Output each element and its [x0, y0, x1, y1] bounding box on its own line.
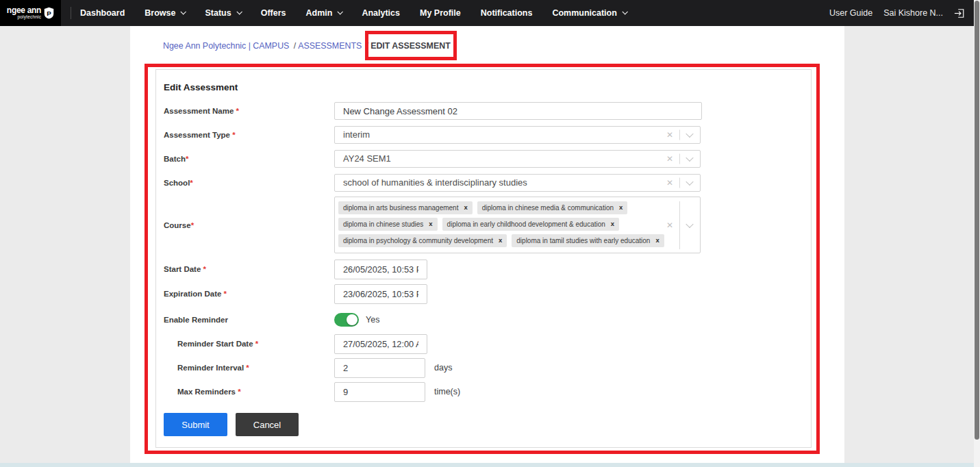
submit-button[interactable]: Submit: [164, 413, 227, 436]
expiration-date-input[interactable]: [334, 284, 427, 304]
school-select[interactable]: school of humanities & interdisciplinary…: [334, 174, 701, 192]
course-tag: diploma in tamil studies with early educ…: [512, 234, 664, 247]
vertical-scrollbar[interactable]: [974, 0, 980, 467]
enable-reminder-label: Enable Reminder: [164, 313, 334, 327]
scrollbar-thumb[interactable]: [975, 1, 979, 440]
assessment-name-input[interactable]: [334, 102, 702, 120]
batch-label: Batch*: [164, 150, 334, 168]
breadcrumb-separator: /: [294, 41, 296, 51]
required-star: *: [232, 131, 235, 139]
start-date-row: Start Date *: [164, 260, 800, 279]
select-divider: [679, 130, 680, 140]
course-tag-row: diploma in chinese studies x diploma in …: [338, 218, 662, 231]
chevron-down-icon: [236, 9, 242, 14]
cancel-button[interactable]: Cancel: [236, 413, 299, 436]
max-reminders-suffix: time(s): [434, 382, 460, 402]
required-star: *: [203, 265, 206, 273]
course-tag: diploma in chinese media & communication…: [477, 201, 628, 214]
clear-icon[interactable]: ✕: [666, 131, 673, 139]
nav-item-browse[interactable]: Browse: [145, 0, 185, 26]
clear-icon[interactable]: ✕: [666, 179, 673, 187]
batch-value: AY24 SEM1: [335, 151, 700, 167]
chevron-down-icon: [181, 9, 186, 14]
form-actions: Submit Cancel: [164, 413, 800, 436]
course-tag-row: diploma in psychology & community develo…: [338, 234, 662, 247]
remove-tag-icon[interactable]: x: [655, 236, 659, 245]
clear-icon[interactable]: ✕: [666, 221, 673, 229]
remove-tag-icon[interactable]: x: [499, 236, 502, 245]
top-nav: ngee ann polytechnic P Dashboard Browse …: [0, 0, 980, 26]
top-nav-menu: Dashboard Browse Status Offers Admin Ana…: [80, 0, 646, 26]
remove-tag-icon[interactable]: x: [619, 203, 623, 212]
nav-item-dashboard[interactable]: Dashboard: [80, 0, 125, 26]
nav-right-section: User Guide Sai Kishore N...: [829, 8, 980, 18]
nav-item-analytics[interactable]: Analytics: [362, 0, 400, 26]
np-logo-text: ngee ann polytechnic: [7, 6, 41, 20]
logo-line2: polytechnic: [17, 15, 41, 20]
remove-tag-icon[interactable]: x: [611, 219, 614, 229]
nav-item-communication[interactable]: Communication: [552, 0, 626, 26]
reminder-interval-row: Reminder Interval * days: [164, 358, 800, 378]
chevron-down-icon[interactable]: [686, 220, 693, 227]
breadcrumb-current-annotated: EDIT ASSESSMENT: [370, 41, 451, 51]
required-star: *: [191, 221, 194, 229]
required-star: *: [190, 179, 192, 187]
np-shield-icon: P: [44, 7, 54, 19]
remove-tag-icon[interactable]: x: [464, 203, 467, 212]
school-row: School* school of humanities & interdisc…: [164, 174, 800, 192]
reminder-interval-suffix: days: [434, 358, 452, 378]
nav-item-my-profile[interactable]: My Profile: [420, 0, 461, 26]
nav-divider: [71, 7, 71, 19]
assessment-type-select[interactable]: interim ✕: [334, 126, 701, 144]
reminder-start-date-input[interactable]: [334, 334, 427, 354]
course-tag: diploma in early childhood development &…: [442, 218, 620, 231]
chevron-down-icon: [338, 9, 343, 14]
reminder-interval-input[interactable]: [334, 358, 425, 378]
expiration-date-label: Expiration Date *: [164, 284, 334, 304]
breadcrumb-root-link[interactable]: Ngee Ann Polytechnic | CAMPUS: [163, 41, 289, 51]
max-reminders-row: Max Reminders * time(s): [164, 382, 800, 402]
school-label: School*: [164, 174, 334, 192]
np-logo[interactable]: ngee ann polytechnic P: [0, 0, 61, 26]
nav-item-offers[interactable]: Offers: [261, 0, 286, 26]
logo-line1: ngee ann: [7, 6, 41, 14]
nav-item-notifications[interactable]: Notifications: [481, 0, 533, 26]
form-title: Edit Assessment: [164, 82, 800, 92]
start-date-input[interactable]: [334, 260, 427, 279]
user-guide-link[interactable]: User Guide: [829, 8, 872, 18]
course-multiselect[interactable]: diploma in arts business management x di…: [334, 197, 701, 253]
max-reminders-label: Max Reminders *: [164, 382, 334, 402]
remove-tag-icon[interactable]: x: [429, 219, 432, 229]
breadcrumb-assessments-link[interactable]: ASSESSMENTS: [298, 41, 362, 51]
enable-reminder-row: Enable Reminder Yes: [164, 313, 800, 327]
select-divider: [679, 154, 680, 164]
toggle-state-label: Yes: [366, 313, 379, 327]
assessment-type-row: Assessment Type * interim ✕: [164, 126, 800, 144]
max-reminders-input[interactable]: [334, 382, 425, 402]
chevron-down-icon: [622, 9, 627, 14]
clear-icon[interactable]: ✕: [666, 155, 673, 163]
batch-select[interactable]: AY24 SEM1 ✕: [334, 150, 701, 168]
enable-reminder-toggle[interactable]: [334, 313, 359, 327]
required-star: *: [255, 340, 258, 348]
assessment-name-label: Assessment Name *: [164, 102, 334, 120]
red-annotation-box: Edit Assessment Assessment Name * Assess…: [145, 64, 820, 454]
nav-item-admin[interactable]: Admin: [305, 0, 342, 26]
reminder-start-date-row: Reminder Start Date *: [164, 334, 800, 354]
logout-icon[interactable]: [954, 8, 965, 18]
svg-text:P: P: [47, 10, 51, 17]
required-star: *: [224, 290, 227, 298]
course-tag: diploma in chinese studies x: [338, 218, 438, 231]
select-divider: [679, 201, 680, 249]
course-tag-row: diploma in arts business management x di…: [338, 201, 662, 214]
required-star: *: [246, 364, 249, 372]
user-name[interactable]: Sai Kishore N...: [883, 8, 943, 18]
assessment-type-label: Assessment Type *: [164, 126, 334, 144]
nav-item-status[interactable]: Status: [205, 0, 240, 26]
course-tag: diploma in arts business management x: [338, 201, 473, 214]
edit-assessment-form: Edit Assessment Assessment Name * Assess…: [155, 69, 812, 448]
expiration-date-row: Expiration Date *: [164, 284, 800, 304]
bottom-strip: [0, 463, 980, 467]
reminder-interval-label: Reminder Interval *: [164, 358, 334, 378]
required-star: *: [238, 388, 240, 396]
